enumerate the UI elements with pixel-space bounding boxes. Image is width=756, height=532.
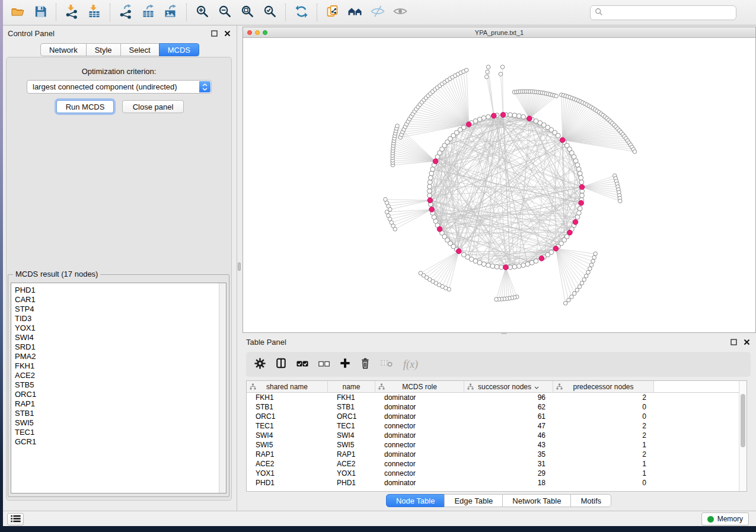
mcds-result-list[interactable]: PHD1CAR1STP4TID3YOX1SWI4SRD1PMA2FKH1ACE2… — [11, 283, 227, 493]
table-row[interactable]: STB1STB1dominator620 — [247, 402, 747, 412]
table-cell: 0 — [553, 402, 654, 412]
mcds-result-item[interactable]: SWI4 — [15, 333, 226, 342]
table-row[interactable]: YOX1YOX1connector291 — [247, 469, 747, 478]
network-window-titlebar[interactable]: YPA_prune.txt_1 — [243, 27, 755, 38]
zoom-selected-button[interactable] — [260, 3, 279, 22]
table-scrollbar[interactable] — [739, 381, 747, 491]
table-scrollbar-thumb[interactable] — [741, 394, 745, 447]
column-layout-button[interactable] — [276, 357, 286, 372]
table-row[interactable]: SWI4SWI4dominator462 — [247, 431, 747, 440]
close-table-panel-button[interactable] — [742, 338, 751, 347]
export-network-button[interactable] — [116, 3, 135, 22]
toolbar-separator — [317, 4, 317, 21]
mcds-result-item[interactable]: GCR1 — [15, 437, 226, 447]
table-row[interactable]: RAP1RAP1dominator352 — [247, 450, 747, 459]
tab-edge-table[interactable]: Edge Table — [444, 494, 503, 507]
export-image-button[interactable] — [161, 3, 180, 22]
memory-button-label: Memory — [717, 515, 743, 523]
mcds-result-item[interactable]: RAP1 — [15, 399, 226, 409]
mcds-result-item[interactable]: STP4 — [15, 305, 226, 314]
criterion-dropdown[interactable]: largest connected component (undirected) — [27, 80, 212, 94]
close-panel-action-button[interactable]: Close panel — [122, 100, 184, 113]
save-session-button[interactable] — [31, 3, 50, 22]
network-desktop: YPA_prune.txt_1 Table Panel f(x) — [241, 25, 756, 511]
table-cell: 31 — [464, 459, 553, 469]
float-table-panel-button[interactable] — [729, 338, 738, 347]
unchecked-boxes-icon — [318, 359, 330, 370]
duplicate-network-button[interactable] — [323, 3, 342, 22]
column-header-mcds-role[interactable]: MCDS role — [375, 381, 464, 393]
refresh-icon — [294, 4, 309, 21]
deselect-all-button[interactable] — [318, 357, 330, 372]
automation-panel-button[interactable] — [7, 513, 24, 525]
tab-node-table[interactable]: Node Table — [386, 494, 445, 507]
column-header-shared-name[interactable]: shared name — [247, 381, 328, 393]
tab-mcds[interactable]: MCDS — [159, 43, 199, 56]
refresh-view-button[interactable] — [292, 3, 311, 22]
first-neighbors-button[interactable] — [346, 3, 365, 22]
import-table-button[interactable] — [85, 3, 104, 22]
mcds-result-item[interactable]: TID3 — [15, 314, 226, 323]
table-cell: dominator — [375, 431, 464, 440]
zoom-out-button[interactable] — [215, 3, 234, 22]
houses-icon — [347, 4, 363, 21]
tab-network-table[interactable]: Network Table — [502, 494, 571, 507]
export-table-button[interactable] — [139, 3, 158, 22]
select-all-button[interactable] — [296, 357, 308, 372]
network-canvas[interactable] — [243, 38, 755, 332]
toolbar-separator — [110, 4, 110, 21]
mcds-result-item[interactable]: TEC1 — [15, 428, 226, 437]
column-header-predecessor-nodes[interactable]: predecessor nodes — [553, 381, 654, 393]
table-row[interactable]: TEC1TEC1connector472 — [247, 421, 747, 431]
search-field[interactable] — [590, 5, 736, 20]
node-table[interactable]: shared namenameMCDS rolesuccessor nodesp… — [246, 380, 747, 492]
table-toolbar: f(x) — [246, 352, 751, 377]
table-row[interactable]: ACE2ACE2connector311 — [247, 459, 747, 469]
tab-style[interactable]: Style — [86, 43, 121, 56]
graph-nodes[interactable] — [384, 65, 637, 305]
tab-select[interactable]: Select — [120, 43, 160, 56]
search-input[interactable] — [606, 8, 736, 18]
tab-motifs[interactable]: Motifs — [570, 494, 611, 507]
mcds-result-item[interactable]: ORC1 — [15, 390, 226, 399]
mcds-result-item[interactable]: SRD1 — [15, 342, 226, 352]
mcds-result-item[interactable]: FKH1 — [15, 361, 226, 371]
open-file-button[interactable] — [8, 3, 27, 22]
table-row[interactable]: SWI5SWI5connector431 — [247, 440, 747, 450]
table-row[interactable]: ORC1ORC1dominator610 — [247, 412, 747, 421]
column-header-label: successor nodes — [478, 383, 531, 391]
column-header-successor-nodes[interactable]: successor nodes — [464, 381, 553, 393]
mcds-result-item[interactable]: SWI5 — [15, 418, 226, 428]
table-cell: SWI5 — [247, 440, 328, 450]
vertical-splitter[interactable] — [237, 25, 241, 511]
hide-selected-button[interactable] — [368, 3, 387, 22]
mcds-result-item[interactable]: CAR1 — [15, 295, 226, 305]
float-panel-button[interactable] — [209, 29, 219, 39]
mcds-list-scrollbar[interactable] — [219, 283, 226, 493]
import-network-button[interactable] — [62, 3, 81, 22]
run-mcds-button[interactable]: Run MCDS — [56, 100, 114, 113]
table-settings-button[interactable] — [254, 357, 266, 372]
zoom-fit-button[interactable] — [238, 3, 257, 22]
table-row[interactable]: PHD1PHD1dominator180 — [247, 478, 747, 488]
add-column-button[interactable] — [340, 357, 350, 372]
column-header-name[interactable]: name — [328, 381, 375, 393]
show-all-button[interactable] — [391, 3, 410, 22]
sort-descending-icon — [534, 383, 539, 391]
memory-button[interactable]: Memory — [701, 512, 749, 525]
mcds-result-item[interactable]: STB1 — [15, 409, 226, 418]
mcds-result-item[interactable]: PHD1 — [15, 286, 226, 295]
mcds-result-item[interactable]: YOX1 — [15, 323, 226, 333]
table-row[interactable]: FKH1FKH1dominator962 — [247, 393, 747, 402]
mcds-result-item[interactable]: ACE2 — [15, 371, 226, 380]
mcds-result-item[interactable]: STB5 — [15, 380, 226, 390]
close-panel-button[interactable] — [222, 29, 232, 39]
mcds-result-title: MCDS result (17 nodes) — [13, 270, 100, 278]
zoom-in-button[interactable] — [193, 3, 212, 22]
delete-column-button[interactable] — [361, 357, 370, 372]
mcds-result-item[interactable]: PMA2 — [15, 352, 226, 361]
tab-network[interactable]: Network — [40, 43, 87, 56]
table-cell: 2 — [553, 450, 654, 459]
splitter-grip[interactable] — [238, 262, 241, 271]
gear-icon — [254, 358, 266, 371]
